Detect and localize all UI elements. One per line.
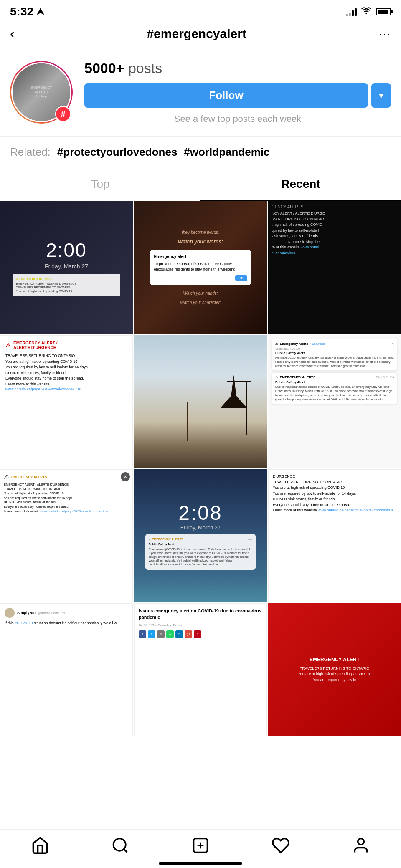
post8-time: 2:08 xyxy=(178,501,222,524)
post4-header: ⚠ EMERGENCY ALERT /ALERTE D'URGENCE xyxy=(5,341,127,350)
nav-add[interactable] xyxy=(191,836,210,855)
linkedin-share-icon[interactable]: in xyxy=(175,630,183,638)
navigation-arrow-icon xyxy=(37,8,44,15)
post10-user-info: SimplyRue @ruddierue89 · 5s xyxy=(17,611,65,615)
tab-recent[interactable]: Recent xyxy=(200,168,401,201)
svg-point-1 xyxy=(114,839,126,851)
posts-count: 5000+ posts xyxy=(84,60,391,76)
posts-label: posts xyxy=(124,60,162,76)
follow-dropdown-button[interactable]: ▾ xyxy=(371,83,391,108)
svg-line-2 xyxy=(124,849,127,853)
notif-warning-icon-2: ⚠ xyxy=(275,375,278,379)
nav-search[interactable] xyxy=(111,836,129,855)
tab-top[interactable]: Top xyxy=(0,168,200,201)
grid-item-11[interactable]: issues emergency alert on COVID-19 due t… xyxy=(134,603,267,736)
back-button[interactable]: ‹ xyxy=(10,26,15,41)
posts-count-number: 5000+ xyxy=(84,60,124,76)
post6-notif2-time: Wed 8:21 PM xyxy=(376,376,394,379)
grid-item-6[interactable]: ⚠ Emergency Alerts ^ Show less × Yesterd… xyxy=(268,335,401,468)
post2-popup-title: Emergency alert xyxy=(154,254,247,260)
follow-row: Follow ▾ xyxy=(84,83,391,108)
show-less-button[interactable]: ^ Show less xyxy=(310,342,325,345)
post6-notif2-header: ⚠ EMERGENCY ALERTS Wed 8:21 PM xyxy=(275,375,394,379)
photo-grid: 2:00 Friday, March 27 ⚠ EMERGENCY ALERTS… xyxy=(0,201,401,736)
nav-home[interactable] xyxy=(31,836,49,855)
pinterest-share-icon[interactable]: p xyxy=(194,630,201,638)
grid-item-5[interactable] xyxy=(134,335,267,468)
grid-item-1[interactable]: 2:00 Friday, March 27 ⚠ EMERGENCY ALERTS… xyxy=(0,201,133,334)
notif-warning-icon-1: ⚠ xyxy=(275,342,278,346)
grid-item-3[interactable]: GENCY ALERTS NCY ALERT / ALERTE D'URGE R… xyxy=(268,201,401,334)
wifi-icon xyxy=(361,6,372,17)
content-spacer xyxy=(0,736,401,795)
post7-warning-label: EMERGENCY ALERTS xyxy=(11,475,47,479)
add-icon xyxy=(191,836,210,855)
post8-date: Friday, March 27 xyxy=(180,524,221,531)
post2-text4: Watch your character; xyxy=(180,299,221,306)
post6-notif2-body: Due to the presence and spread of COVID-… xyxy=(275,385,394,401)
post2-popup: Emergency alert To prevent the spread of… xyxy=(150,250,251,285)
post6-notification-1: ⚠ Emergency Alerts ^ Show less × Yesterd… xyxy=(272,339,398,371)
post1-date: Friday, March 27 xyxy=(45,263,88,270)
close-x-button[interactable]: × xyxy=(121,472,130,481)
post3-header: GENCY ALERTS xyxy=(272,205,398,209)
post6-notif1-title: ⚠ Emergency Alerts ^ Show less xyxy=(275,342,325,346)
post2-text1: they become words. xyxy=(182,229,219,236)
post1-alert: ⚠ EMERGENCY ALERTS EMERGENCY ALERT / ALE… xyxy=(13,274,120,296)
whatsapp-share-icon[interactable]: w xyxy=(166,630,174,638)
grid-item-2[interactable]: they become words. Watch your words; Eme… xyxy=(134,201,267,334)
email-share-icon[interactable]: ✉ xyxy=(157,630,165,638)
grid-item-4[interactable]: ⚠ EMERGENCY ALERT /ALERTE D'URGENCE TRAV… xyxy=(0,335,133,468)
hashtag-badge: # xyxy=(55,106,71,122)
battery-fill xyxy=(378,10,388,14)
heart-icon xyxy=(272,836,290,855)
post7-warning-row: ⚠ EMERGENCY ALERTS xyxy=(4,473,129,481)
follow-button[interactable]: Follow xyxy=(84,83,368,108)
close-notif-1[interactable]: × xyxy=(391,342,394,346)
post4-link: www.ontario.ca/page/2019-novel-coronavir… xyxy=(5,387,127,391)
facebook-share-icon[interactable]: f xyxy=(139,630,146,638)
post4-body: TRAVELERS RETURNING TO ONTARIO You are a… xyxy=(5,353,127,387)
post6-notification-2: ⚠ EMERGENCY ALERTS Wed 8:21 PM Public Sa… xyxy=(272,372,398,404)
post6-notif1-body: Reminder: Colorado now officially has a … xyxy=(275,356,394,368)
related-section: Related: #protectyourlovedones #worldpan… xyxy=(0,137,401,168)
post9-link: www.ontario.ca/page/2019-novel-coronavir… xyxy=(318,508,393,512)
related-tag-2[interactable]: #worldpandemic xyxy=(184,146,269,159)
post10-body: If this #COVID19 situation doesn't it's … xyxy=(5,620,128,626)
post6-notif1-title-text: Emergency Alerts xyxy=(280,342,308,346)
profile-section: EMERGENCYALERTSSettings # 5000+ posts Fo… xyxy=(0,48,401,137)
post8-alert: ⚠ EMERGENCY ALERTS now Public Safety Ale… xyxy=(145,534,256,569)
status-icons xyxy=(346,6,391,17)
post3-content: NCY ALERT / ALERTE D'URGE RS RETURNING T… xyxy=(272,211,398,256)
post1-time: 2:00 xyxy=(46,239,87,261)
related-tag-1[interactable]: #protectyourlovedones xyxy=(57,146,178,159)
post6-notif1-sub: Public Safety Alert xyxy=(275,351,394,355)
post10-user-row: SimplyRue @ruddierue89 · 5s xyxy=(5,608,128,618)
twitter-share-icon[interactable]: t xyxy=(148,630,155,638)
home-indicator xyxy=(159,862,242,865)
post10-hashtag[interactable]: #COVID19 xyxy=(15,621,33,625)
post2-ok-btn[interactable]: OK xyxy=(235,275,247,281)
search-icon xyxy=(111,836,129,855)
related-label: Related: xyxy=(10,146,51,159)
grid-item-8[interactable]: 2:08 Friday, March 27 ⚠ EMERGENCY ALERTS… xyxy=(134,469,267,602)
warning-icon-7: ⚠ xyxy=(4,473,10,481)
status-time: 5:32 xyxy=(10,5,44,18)
grid-item-7[interactable]: × ⚠ EMERGENCY ALERTS EMERGENCY ALERT / A… xyxy=(0,469,133,602)
post7-link: www.ontario.ca/page/2019-novel-coronavir… xyxy=(41,509,108,513)
nav-profile[interactable] xyxy=(352,836,370,855)
google-share-icon[interactable]: g+ xyxy=(185,630,192,638)
grid-item-12[interactable]: EMERGENCY ALERT TRAVELERS RETURNING TO O… xyxy=(268,603,401,736)
more-options-button[interactable]: ··· xyxy=(379,27,391,40)
grid-item-10[interactable]: SimplyRue @ruddierue89 · 5s If this #COV… xyxy=(0,603,133,736)
time-display: 5:32 xyxy=(10,5,33,18)
alert-warning-icon: ⚠ xyxy=(5,342,11,349)
post11-share-icons: f t ✉ w in g+ p xyxy=(139,630,262,638)
nav-heart[interactable] xyxy=(272,836,290,855)
post12-body: TRAVELERS RETURNING TO ONTARIO You are a… xyxy=(298,666,371,683)
post7-body: EMERGENCY ALERT / ALERTE D'URGENCE TRAVE… xyxy=(4,483,129,514)
page-title: #emergencyalert xyxy=(147,27,246,41)
post6-notif1-header: ⚠ Emergency Alerts ^ Show less × xyxy=(275,342,394,346)
grid-item-9[interactable]: D'URGENCE TRAVELERS RETURNING TO ONTARIO… xyxy=(268,469,401,602)
signal-bars xyxy=(346,8,357,16)
